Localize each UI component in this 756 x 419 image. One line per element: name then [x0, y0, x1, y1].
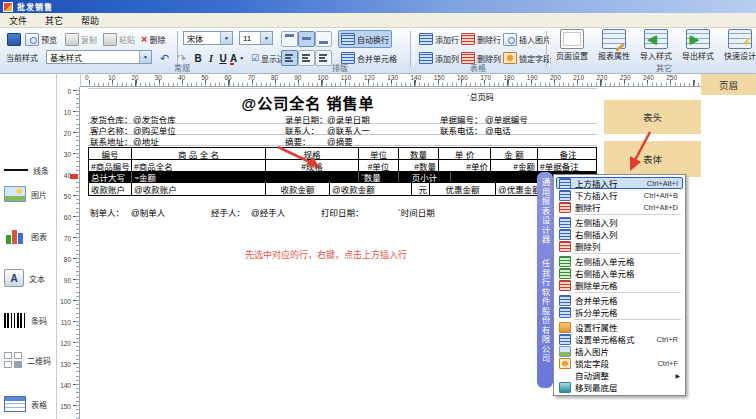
- table-total-row-selected-cell[interactable]: `数量: [359, 172, 399, 182]
- menu-item-insert-row-below[interactable]: 下方插入行Ctrl+Alt+B: [556, 189, 683, 201]
- word-wrap-button[interactable]: 自动换行: [338, 30, 392, 48]
- report-properties-button[interactable]: 报表属性: [594, 29, 634, 62]
- menu-item-send-to-back[interactable]: 移到最底层: [556, 381, 683, 393]
- form-field-value[interactable]: @摘要: [327, 135, 353, 147]
- halign-center-button[interactable]: [298, 50, 315, 66]
- table-header-row-cell[interactable]: 备注: [538, 148, 598, 159]
- menubar-item-2[interactable]: 帮助: [72, 14, 108, 27]
- table-account-row-cell[interactable]: @收款金额: [330, 183, 412, 195]
- table-detail-row-cell[interactable]: #单价: [439, 160, 491, 171]
- quick-design-button[interactable]: 快速设计: [720, 29, 756, 62]
- hint-text: 先选中对应的行，右键，点击上方插入行: [245, 248, 407, 261]
- table-header-row-cell[interactable]: 单 价: [439, 148, 491, 159]
- table-total-row-selected-cell[interactable]: ~金额: [132, 172, 359, 182]
- table-header-row-cell[interactable]: 商 品 全 名: [132, 148, 266, 159]
- table-header-row-cell[interactable]: 金 额: [491, 148, 538, 159]
- menu-item-insert-row-above[interactable]: 上方插入行Ctrl+Alt+I: [556, 177, 683, 189]
- menu-item-insert-col-right[interactable]: 右侧插入列: [556, 228, 683, 240]
- table-detail-row-cell[interactable]: #规格: [266, 160, 359, 171]
- menu-item-insert-cell-left[interactable]: 左侧插入单元格: [556, 255, 683, 267]
- report-form-canvas[interactable]: @公司全名 销售单 `总页码 发货仓库：@发货仓库录单日期：@录单日期单据编号：…: [88, 88, 597, 89]
- table-account-row-cell[interactable]: 元: [412, 183, 430, 195]
- form-page-code-cell[interactable]: `总页码: [467, 91, 494, 102]
- table-header-row-cell[interactable]: 规格: [266, 148, 359, 159]
- menu-item-split-cells[interactable]: 拆分单元格: [556, 306, 683, 318]
- import-style-button[interactable]: ◀导入样式: [636, 29, 676, 62]
- paste-button[interactable]: 粘贴: [100, 30, 138, 48]
- menu-item-insert-cell-right[interactable]: 右侧插入单元格: [556, 267, 683, 279]
- menubar-item-0[interactable]: 文件: [0, 14, 36, 27]
- table-detail-row-cell[interactable]: #单位: [359, 160, 399, 171]
- qrcode-icon: [4, 352, 22, 368]
- font-color-button[interactable]: A▼: [227, 49, 247, 67]
- table-header-row-cell[interactable]: 编号: [89, 148, 132, 159]
- form-field-label[interactable]: 摘要：: [285, 135, 311, 147]
- band-page-header[interactable]: 页眉: [701, 74, 756, 95]
- sidebar-item-text[interactable]: A文本: [0, 264, 57, 292]
- halign-left-button[interactable]: [281, 50, 298, 66]
- menu-item-delete-cell[interactable]: 删除单元格: [556, 279, 683, 291]
- menu-item-delete-col[interactable]: 删除列: [556, 240, 683, 252]
- save-button[interactable]: [4, 30, 24, 48]
- form-title-cell[interactable]: @公司全名 销售单: [88, 92, 528, 113]
- form-footer-value[interactable]: @经手人: [251, 206, 285, 218]
- ruler-tick-label: 160: [457, 74, 468, 81]
- table-detail-row-cell[interactable]: #数量: [399, 160, 439, 171]
- table-detail-row-cell[interactable]: #商品全名: [132, 160, 266, 171]
- table-account-row-cell[interactable]: 优惠金额: [430, 183, 496, 195]
- table-detail-row-cell[interactable]: #金额: [491, 160, 538, 171]
- menu-item-delete-row[interactable]: 删除行Ctrl+Alt+D: [556, 201, 683, 213]
- form-footer-value[interactable]: `时间日期: [398, 206, 435, 218]
- sidebar-item-table[interactable]: 表格: [0, 390, 57, 418]
- chevron-down-icon: ▼: [139, 51, 151, 63]
- table-total-row-selected-cell[interactable]: 总计大写: [89, 172, 132, 182]
- table-header-row-cell[interactable]: 单位: [359, 148, 399, 159]
- table-detail-row-cell[interactable]: #单据备注: [538, 160, 598, 171]
- band-table-body[interactable]: 表体: [604, 141, 701, 177]
- form-footer-label[interactable]: 打印日期：: [321, 206, 364, 218]
- delete-button[interactable]: ×删除: [138, 30, 168, 48]
- menu-item-merge-cells[interactable]: 合并单元格: [556, 294, 683, 306]
- preview-button[interactable]: 预览: [22, 30, 60, 48]
- ruler-tick-label: 200: [550, 74, 561, 81]
- form-footer-label[interactable]: 经手人：: [211, 206, 245, 218]
- table-account-row-cell[interactable]: @收款账户: [132, 183, 266, 195]
- menu-item-set-row-properties[interactable]: 设置行属性: [556, 321, 683, 333]
- font-name-select[interactable]: 宋体▼: [183, 31, 233, 45]
- table-account-row-cell[interactable]: 收款账户: [89, 183, 132, 195]
- sidebar-item-picture[interactable]: 图片: [0, 180, 57, 208]
- ruler-tick-label: 60: [64, 214, 71, 221]
- form-footer-value[interactable]: @制单人: [131, 206, 165, 218]
- sidebar-item-qrcode[interactable]: 二维码: [0, 346, 57, 374]
- auto-adjust-icon: [559, 370, 571, 381]
- copy-button[interactable]: 复制: [62, 30, 100, 48]
- band-table-header[interactable]: 表头: [604, 100, 701, 134]
- add-row-button[interactable]: 添加行: [416, 30, 462, 48]
- delete-row-button[interactable]: 删除行: [458, 30, 504, 48]
- delete-row-icon: [461, 33, 475, 45]
- menu-item-set-cell-format[interactable]: 设置单元格格式Ctrl+R: [556, 333, 683, 345]
- form-field-label[interactable]: 联系地址：: [90, 135, 133, 147]
- menubar-item-1[interactable]: 其它: [36, 14, 72, 27]
- ruler-tick-label: 80: [271, 74, 278, 81]
- table-account-row-cell[interactable]: 收款金额: [266, 183, 330, 195]
- menu-item-insert-col-left[interactable]: 左侧插入列: [556, 216, 683, 228]
- menu-item-auto-adjust[interactable]: 自动调整▶: [556, 369, 683, 381]
- form-field-value[interactable]: @地址: [133, 135, 159, 147]
- add-column-button[interactable]: 添加列: [416, 49, 462, 67]
- page-setup-button[interactable]: 页面设置: [552, 29, 592, 62]
- current-style-select[interactable]: 基本样式▼: [46, 50, 152, 64]
- valign-top-button[interactable]: [281, 31, 298, 47]
- menu-item-lock-field[interactable]: 锁定字段Ctrl+F: [556, 357, 683, 369]
- table-detail-row-cell[interactable]: #商品编号: [89, 160, 132, 171]
- sidebar-item-chart[interactable]: 图表: [0, 222, 57, 250]
- table-total-row-selected-cell[interactable]: 页小计: [399, 172, 451, 182]
- valign-middle-button[interactable]: [298, 31, 315, 47]
- font-size-select[interactable]: 11▼: [239, 31, 273, 45]
- table-header-row-cell[interactable]: 数量: [399, 148, 439, 159]
- menu-item-insert-image[interactable]: 插入图片: [556, 345, 683, 357]
- valign-bottom-button[interactable]: [315, 31, 332, 47]
- sidebar-item-barcode[interactable]: 条码: [0, 306, 57, 334]
- form-footer-label[interactable]: 制单人：: [90, 206, 124, 218]
- export-style-button[interactable]: ▶导出样式: [678, 29, 718, 62]
